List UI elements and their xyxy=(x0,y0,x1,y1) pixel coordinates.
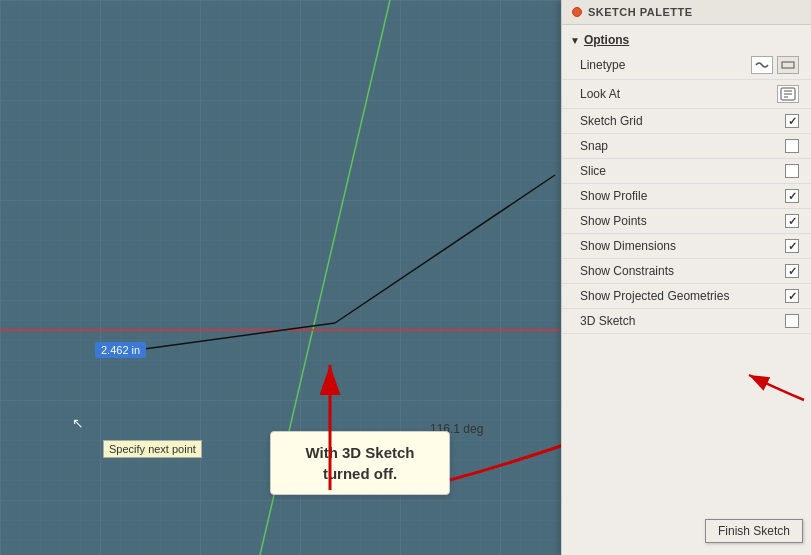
show-points-control xyxy=(785,214,799,228)
show-dimensions-label: Show Dimensions xyxy=(580,239,676,253)
show-projected-checkbox[interactable] xyxy=(785,289,799,303)
snap-checkbox[interactable] xyxy=(785,139,799,153)
row-show-points: Show Points xyxy=(562,209,811,234)
row-3d-sketch: 3D Sketch xyxy=(562,309,811,334)
show-profile-label: Show Profile xyxy=(580,189,647,203)
sketch-grid-control xyxy=(785,114,799,128)
palette-title: SKETCH PALETTE xyxy=(588,6,693,18)
annotation-line1: With 3D Sketch xyxy=(305,444,414,461)
row-lookat: Look At xyxy=(562,80,811,109)
linetype-btn-1[interactable] xyxy=(751,56,773,74)
sketch-grid-checkbox[interactable] xyxy=(785,114,799,128)
sketch-grid-label: Sketch Grid xyxy=(580,114,643,128)
linetype-btn-2[interactable] xyxy=(777,56,799,74)
lookat-control xyxy=(777,85,799,103)
3d-sketch-label: 3D Sketch xyxy=(580,314,635,328)
show-constraints-control xyxy=(785,264,799,278)
palette-close-dot[interactable] xyxy=(572,7,582,17)
row-show-profile: Show Profile xyxy=(562,184,811,209)
show-constraints-label: Show Constraints xyxy=(580,264,674,278)
options-triangle: ▼ xyxy=(570,35,580,46)
slice-label: Slice xyxy=(580,164,606,178)
show-projected-control xyxy=(785,289,799,303)
show-profile-control xyxy=(785,189,799,203)
finish-sketch-button[interactable]: Finish Sketch xyxy=(705,519,803,543)
show-dimensions-checkbox[interactable] xyxy=(785,239,799,253)
row-show-dimensions: Show Dimensions xyxy=(562,234,811,259)
annotation-line2: turned off. xyxy=(323,465,397,482)
snap-control xyxy=(785,139,799,153)
show-profile-checkbox[interactable] xyxy=(785,189,799,203)
snap-label: Snap xyxy=(580,139,608,153)
row-slice: Slice xyxy=(562,159,811,184)
sketch-palette: SKETCH PALETTE ▼ Options Linetype Look A… xyxy=(561,0,811,555)
options-header[interactable]: ▼ Options xyxy=(562,29,811,51)
lookat-btn[interactable] xyxy=(777,85,799,103)
annotation-box: With 3D Sketch turned off. xyxy=(270,431,450,495)
row-show-constraints: Show Constraints xyxy=(562,259,811,284)
row-sketch-grid: Sketch Grid xyxy=(562,109,811,134)
slice-checkbox[interactable] xyxy=(785,164,799,178)
svg-rect-8 xyxy=(782,62,794,68)
show-constraints-checkbox[interactable] xyxy=(785,264,799,278)
cursor-icon: ↖ xyxy=(72,415,84,431)
lookat-label: Look At xyxy=(580,87,620,101)
row-linetype: Linetype xyxy=(562,51,811,80)
show-points-checkbox[interactable] xyxy=(785,214,799,228)
row-snap: Snap xyxy=(562,134,811,159)
show-points-label: Show Points xyxy=(580,214,647,228)
options-label: Options xyxy=(584,33,629,47)
options-section: ▼ Options Linetype Look At xyxy=(562,25,811,338)
dimension-label: 2.462 in xyxy=(95,342,146,358)
3d-sketch-checkbox[interactable] xyxy=(785,314,799,328)
linetype-control xyxy=(751,56,799,74)
slice-control xyxy=(785,164,799,178)
show-dimensions-control xyxy=(785,239,799,253)
row-show-projected: Show Projected Geometries xyxy=(562,284,811,309)
finish-sketch-container: Finish Sketch xyxy=(705,519,803,543)
linetype-label: Linetype xyxy=(580,58,625,72)
arrow-3d-sketch xyxy=(729,355,809,405)
3d-sketch-control xyxy=(785,314,799,328)
cursor-tooltip: Specify next point xyxy=(103,440,202,458)
palette-header: SKETCH PALETTE xyxy=(562,0,811,25)
show-projected-label: Show Projected Geometries xyxy=(580,289,729,303)
